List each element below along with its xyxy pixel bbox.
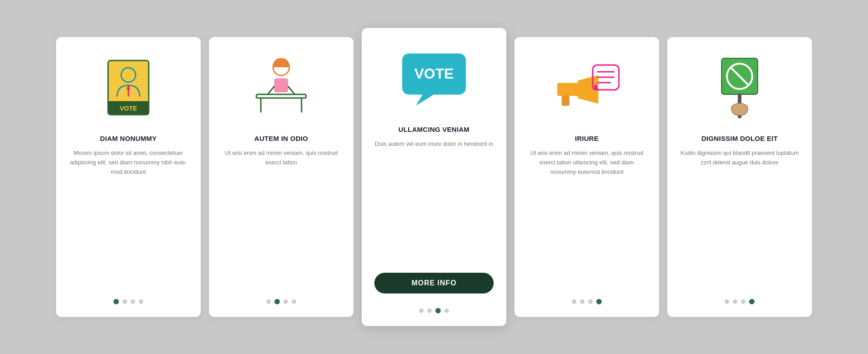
dot-active bbox=[274, 299, 280, 304]
card-3-title: ULLAMCING VENIAM bbox=[398, 126, 469, 133]
card-5: DIGNISSIM DOLOE EIT Kodio dignissim qui … bbox=[667, 37, 812, 317]
card-2-title: AUTEM IN ODIO bbox=[255, 135, 308, 142]
dot bbox=[123, 299, 127, 304]
card-5-title: DIGNISSIM DOLOE EIT bbox=[701, 135, 778, 142]
dot bbox=[427, 308, 432, 313]
dot-active bbox=[596, 299, 602, 304]
card-2: AUTEM IN ODIO Ut wisi enim ad minim veni… bbox=[209, 37, 354, 317]
woman-desk-icon bbox=[245, 51, 317, 124]
svg-line-12 bbox=[288, 86, 295, 94]
card-5-body: Kodio dignissim qui blandit praesent lup… bbox=[680, 149, 799, 288]
dot bbox=[292, 299, 296, 304]
protest-sign-icon bbox=[703, 51, 776, 124]
dot bbox=[283, 299, 288, 304]
dot bbox=[588, 299, 593, 304]
svg-line-11 bbox=[268, 86, 274, 94]
card-4-title: IRIURE bbox=[575, 135, 599, 142]
dot bbox=[725, 299, 729, 304]
vote-bubble-icon: VOTE bbox=[398, 42, 470, 115]
megaphone-bubble-icon bbox=[551, 51, 623, 124]
card-1: VOTE DIAM NONUMMY Morem ipsum dolor sit … bbox=[56, 37, 201, 317]
dot bbox=[444, 308, 449, 313]
card-1-title: DIAM NONUMMY bbox=[100, 135, 156, 142]
card-4-body: Ut wisi enim ad minim veniam, quis nostr… bbox=[527, 149, 646, 288]
card-5-dots bbox=[725, 299, 755, 304]
cards-container: VOTE DIAM NONUMMY Morem ipsum dolor sit … bbox=[0, 10, 868, 344]
dot bbox=[733, 299, 737, 304]
card-2-dots bbox=[266, 299, 296, 304]
card-1-body: Morem ipsum dolor sit amet, consectetuer… bbox=[69, 149, 188, 288]
card-3-dots bbox=[419, 308, 449, 313]
svg-rect-16 bbox=[557, 83, 578, 96]
dot-active bbox=[113, 299, 119, 304]
card-4-dots bbox=[572, 299, 602, 304]
card-2-body: Ut wisi enim ad minim veniam, quis nostr… bbox=[222, 149, 341, 288]
dot-active bbox=[749, 299, 755, 304]
dot bbox=[741, 299, 745, 304]
svg-text:VOTE: VOTE bbox=[414, 65, 453, 82]
card-3: VOTE ULLAMCING VENIAM Duis autem vel eum… bbox=[362, 28, 506, 326]
dot bbox=[139, 299, 143, 304]
dot bbox=[419, 308, 424, 313]
card-4: IRIURE Ut wisi enim ad minim veniam, qui… bbox=[514, 37, 659, 317]
svg-rect-18 bbox=[562, 96, 569, 106]
svg-marker-14 bbox=[416, 94, 434, 106]
svg-rect-8 bbox=[256, 94, 306, 98]
more-info-button[interactable]: MORE INFO bbox=[374, 273, 494, 293]
dot bbox=[131, 299, 135, 304]
svg-rect-7 bbox=[274, 79, 288, 92]
dot bbox=[266, 299, 271, 304]
vote-candidate-icon: VOTE bbox=[92, 51, 165, 124]
card-3-body: Duis autem vel eum iriure dolor in hendr… bbox=[375, 140, 493, 265]
card-1-dots bbox=[113, 299, 143, 304]
dot bbox=[580, 299, 585, 304]
dot bbox=[572, 299, 576, 304]
dot-active bbox=[435, 308, 441, 313]
svg-text:VOTE: VOTE bbox=[120, 105, 137, 112]
